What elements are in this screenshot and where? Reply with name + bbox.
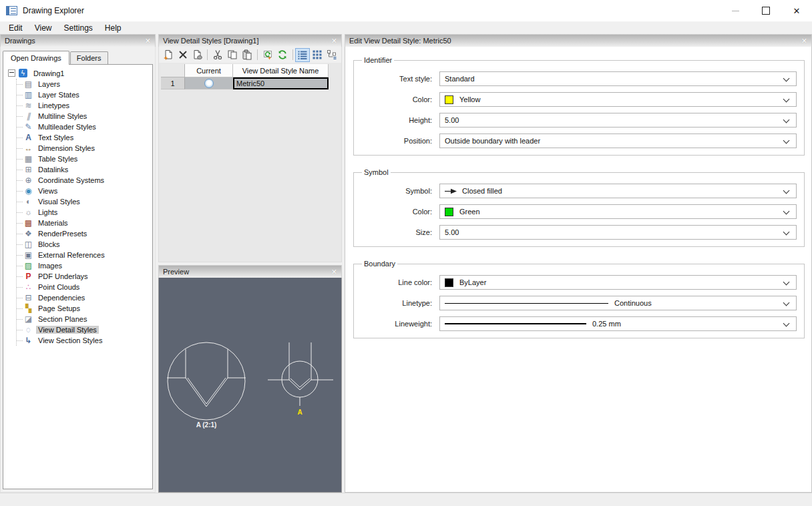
tree-item-visual-styles[interactable]: Visual Styles [17,196,152,207]
current-radio[interactable] [204,79,214,88]
dropdown-size-[interactable]: 5.00 [439,225,797,240]
detail-view-preview-drawing: A (2:1) A [159,278,341,491]
dropdown-position-[interactable]: Outside boundary with leader [439,134,797,148]
tree-item-materials[interactable]: Materials [17,218,152,228]
tree-view-button[interactable] [325,48,339,62]
regen-button[interactable] [260,48,275,62]
tree-item-page-setups[interactable]: Page Setups [17,303,152,314]
dropdown-line-color-[interactable]: ByLayer [439,275,797,290]
tree-item-lights[interactable]: Lights [17,207,152,218]
tree-item-layers[interactable]: Layers [17,79,152,89]
dimension-styles-icon [23,143,34,154]
maximize-button[interactable] [751,0,781,21]
edit-panel-header: Edit View Detail Style: Metric50 ✕ [345,34,812,47]
menu-bar: EditViewSettingsHelp [0,22,812,34]
new-style-button[interactable] [161,48,176,62]
dropdown-color-[interactable]: Yellow [439,92,797,107]
tree-item-section-planes[interactable]: Section Planes [17,314,152,324]
tree-item-pdf-underlays[interactable]: PDF Underlays [17,271,152,282]
tree-item-images[interactable]: Images [17,260,152,271]
table-header-current[interactable]: Current [185,64,233,77]
cut-button[interactable] [210,48,225,62]
dropdown-linetype-[interactable]: Continuous [439,296,797,310]
menu-help[interactable]: Help [99,23,128,33]
coordinate-systems-icon [23,175,34,186]
menu-settings[interactable]: Settings [57,23,98,33]
tree-item-multiline-styles[interactable]: Multiline Styles [17,111,152,121]
field-label-color-: Color: [360,208,439,216]
toolbar-separator [292,49,293,60]
tree-item-external-references[interactable]: External References [17,250,152,260]
tree-item-views[interactable]: Views [17,186,152,196]
minimize-button[interactable] [720,0,751,21]
drawing-explorer-window: Drawing Explorer ✕ EditViewSettingsHelp … [0,0,812,506]
view-detail-styles-panel: View Detail Styles [Drawing1] ✕ Current … [158,34,342,262]
style-name-cell[interactable]: Metric50 [233,77,329,89]
table-cell-current[interactable] [185,77,233,89]
collapse-icon[interactable] [8,69,15,77]
group-label: Identifier [362,56,394,64]
linetypes-icon [23,100,34,111]
close-button[interactable]: ✕ [781,0,812,21]
group-label: Boundary [362,260,397,268]
styles-panel-close-icon[interactable]: ✕ [331,37,337,45]
edit-panel-close-icon[interactable]: ✕ [801,37,807,45]
refresh-button[interactable] [275,48,290,62]
tree-root-label: Drawing1 [31,69,66,77]
group-identifier: Identifier Text style: Standard Color: Y… [353,56,805,156]
tree-item-text-styles[interactable]: Text Styles [17,132,152,143]
tree-item-dimension-styles[interactable]: Dimension Styles [17,143,152,154]
drawings-tree: Drawing1 Layers Layer States Linetypes M… [3,65,152,346]
field-label-height-: Height: [360,116,439,124]
tree-item-renderpresets[interactable]: RenderPresets [17,228,152,239]
edit-panel-title: Edit View Detail Style: Metric50 [349,37,451,45]
menu-edit[interactable]: Edit [3,23,29,33]
field-label-linetype-: Linetype: [360,299,439,307]
tree-item-multileader-styles[interactable]: Multileader Styles [17,121,152,132]
dependencies-icon [23,292,34,303]
icons-view-button[interactable] [310,48,325,62]
tree-item-dependencies[interactable]: Dependencies [17,292,152,303]
lights-icon [23,207,34,218]
views-icon [23,186,34,196]
dropdown-height-[interactable]: 5.00 [439,113,797,128]
pdf-underlays-icon [23,271,34,282]
drawings-panel-close-icon[interactable]: ✕ [145,37,151,45]
table-header-style-name[interactable]: View Detail Style Name [233,64,329,77]
window-titlebar: Drawing Explorer ✕ [0,0,812,22]
copy-button[interactable] [225,48,240,62]
visual-styles-icon [23,196,34,207]
tree-item-view-detail-styles[interactable]: View Detail Styles [17,324,152,335]
menu-view[interactable]: View [29,23,58,33]
drawing-file-icon [19,69,27,77]
external-references-icon [23,250,34,260]
preview-panel-close-icon[interactable]: ✕ [331,268,337,276]
tree-item-point-clouds[interactable]: Point Clouds [17,282,152,292]
tree-item-blocks[interactable]: Blocks [17,239,152,250]
group-label: Symbol [362,168,391,176]
maximize-icon [762,7,770,15]
table-row-number[interactable]: 1 [161,77,185,89]
tree-item-view-section-styles[interactable]: View Section Styles [17,335,152,346]
paste-button[interactable] [240,48,254,62]
styles-table-area: Current View Detail Style Name 1 Metric5… [158,63,342,262]
close-icon: ✕ [793,7,801,15]
datalinks-icon [23,164,34,175]
dropdown-lineweight-[interactable]: 0.25 mm [439,316,797,331]
delete-button[interactable] [176,48,190,62]
purge-button[interactable] [190,48,205,62]
dropdown-text-style-[interactable]: Standard [439,71,797,86]
tree-item-coordinate-systems[interactable]: Coordinate Systems [17,175,152,186]
details-view-button[interactable] [295,48,310,62]
dropdown-color-[interactable]: Green [439,204,797,219]
tab-open-drawings[interactable]: Open Drawings [3,51,69,65]
tab-folders[interactable]: Folders [70,51,108,64]
tree-item-table-styles[interactable]: Table Styles [17,154,152,164]
tree-item-layer-states[interactable]: Layer States [17,89,152,100]
tree-item-datalinks[interactable]: Datalinks [17,164,152,175]
dropdown-symbol-[interactable]: Closed filled [439,184,797,198]
tree-item-linetypes[interactable]: Linetypes [17,100,152,111]
tree-item-drawing1[interactable]: Drawing1 [8,67,152,79]
drawings-panel-title: Drawings [5,37,35,45]
field-label-position-: Position: [360,137,439,145]
